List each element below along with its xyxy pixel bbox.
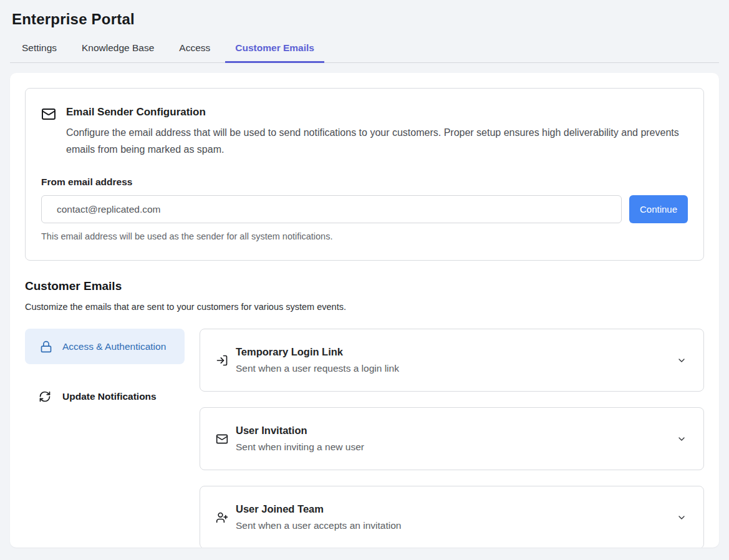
chevron-down-icon[interactable] — [677, 355, 687, 365]
input-help-text: This email address will be used as the s… — [41, 231, 688, 241]
user-plus-icon — [216, 511, 228, 524]
mail-icon — [41, 107, 56, 122]
tab-settings[interactable]: Settings — [12, 42, 67, 62]
email-card-list: Temporary Login Link Sent when a user re… — [200, 329, 704, 548]
email-card-subtitle: Sent when a user accepts an invitation — [236, 520, 401, 531]
mail-icon — [216, 433, 228, 445]
email-card-title: Temporary Login Link — [236, 346, 399, 358]
email-category-sidebar: Access & Authentication Update Notificat… — [25, 329, 185, 548]
from-email-input[interactable] — [41, 195, 622, 223]
tab-bar: Settings Knowledge Base Access Customer … — [10, 42, 719, 63]
config-description: Configure the email address that will be… — [66, 124, 680, 158]
sidebar-item-update-notifications[interactable]: Update Notifications — [25, 380, 185, 413]
sidebar-item-access-authentication[interactable]: Access & Authentication — [25, 329, 185, 364]
email-card-title: User Joined Team — [236, 503, 401, 515]
chevron-down-icon[interactable] — [677, 513, 687, 523]
sidebar-item-label: Update Notifications — [62, 391, 157, 402]
page-title: Enterprise Portal — [12, 11, 719, 28]
tab-customer-emails[interactable]: Customer Emails — [225, 42, 324, 62]
email-sender-config-card: Email Sender Configuration Configure the… — [25, 88, 704, 261]
tab-access[interactable]: Access — [169, 42, 220, 62]
app-header: Enterprise Portal — [0, 0, 729, 28]
email-card-temporary-login-link[interactable]: Temporary Login Link Sent when a user re… — [200, 329, 704, 392]
chevron-down-icon[interactable] — [677, 434, 687, 444]
email-card-subtitle: Sent when a user requests a login link — [236, 363, 399, 374]
email-card-title: User Invitation — [236, 425, 364, 437]
email-card-user-joined-team[interactable]: User Joined Team Sent when a user accept… — [200, 486, 704, 548]
tab-knowledge-base[interactable]: Knowledge Base — [72, 42, 164, 62]
customer-emails-description: Customize the emails that are sent to yo… — [25, 302, 704, 312]
from-email-label: From email address — [41, 176, 688, 188]
lock-icon — [40, 340, 52, 353]
login-icon — [216, 354, 228, 367]
continue-button[interactable]: Continue — [629, 195, 688, 223]
refresh-icon — [39, 390, 51, 403]
customer-emails-heading: Customer Emails — [25, 279, 704, 293]
sidebar-item-label: Access & Authentication — [62, 339, 166, 354]
config-title: Email Sender Configuration — [66, 106, 680, 118]
email-card-user-invitation[interactable]: User Invitation Sent when inviting a new… — [200, 407, 704, 470]
content-panel: Email Sender Configuration Configure the… — [10, 73, 719, 548]
email-card-subtitle: Sent when inviting a new user — [236, 442, 364, 453]
